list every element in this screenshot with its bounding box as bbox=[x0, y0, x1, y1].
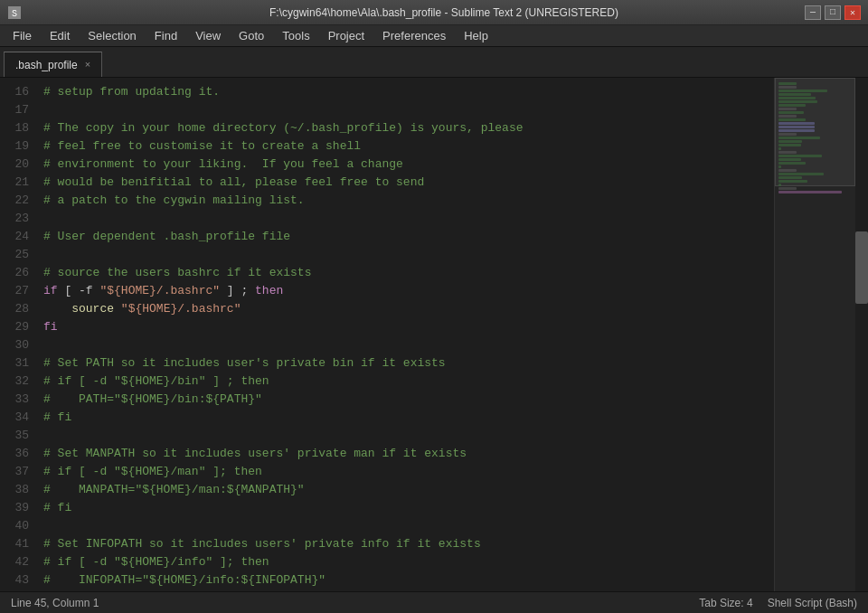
tab-bar: .bash_profile × bbox=[0, 47, 868, 78]
close-button[interactable]: ✕ bbox=[844, 5, 861, 20]
code-line-44: # fi bbox=[43, 589, 774, 591]
svg-text:S: S bbox=[12, 9, 17, 19]
title-bar: S F:\cygwin64\home\Ala\.bash_profile - S… bbox=[0, 0, 868, 25]
code-line-39: # fi bbox=[43, 499, 774, 517]
line-number-19: 19 bbox=[0, 137, 29, 156]
code-line-17 bbox=[43, 101, 774, 119]
line-number-32: 32 bbox=[0, 373, 29, 391]
minimize-button[interactable]: — bbox=[805, 5, 821, 20]
minimap-line bbox=[778, 144, 801, 146]
minimap-line bbox=[778, 137, 820, 139]
minimap-line bbox=[778, 180, 807, 183]
line-number-27: 27 bbox=[0, 282, 29, 300]
code-line-37: # if [ -d "${HOME}/man" ]; then bbox=[43, 463, 774, 481]
line-number-31: 31 bbox=[0, 354, 29, 373]
line-number-24: 24 bbox=[0, 228, 29, 246]
scrollbar[interactable] bbox=[855, 78, 868, 591]
line-number-41: 41 bbox=[0, 535, 29, 553]
line-numbers: 1617181920212223242526272829303132333435… bbox=[0, 78, 36, 591]
line-number-44: 44 bbox=[0, 589, 29, 591]
minimap-line bbox=[778, 93, 811, 96]
maximize-button[interactable]: □ bbox=[825, 5, 841, 20]
code-line-21: # would be benifitial to all, please fee… bbox=[43, 174, 774, 192]
code-line-33: # PATH="${HOME}/bin:${PATH}" bbox=[43, 391, 774, 409]
code-line-18: # The copy in your home directory (~/.ba… bbox=[43, 119, 774, 137]
line-number-30: 30 bbox=[0, 336, 29, 354]
line-number-22: 22 bbox=[0, 192, 29, 210]
line-number-33: 33 bbox=[0, 391, 29, 409]
code-line-43: # INFOPATH="${HOME}/info:${INFOPATH}" bbox=[43, 571, 774, 589]
minimap-line bbox=[778, 184, 781, 186]
minimap-line bbox=[778, 104, 806, 107]
minimap-line bbox=[778, 97, 816, 99]
scrollbar-thumb[interactable] bbox=[855, 231, 868, 304]
code-line-31: # Set PATH so it includes user's private… bbox=[43, 354, 774, 373]
code-line-22: # a patch to the cygwin mailing list. bbox=[43, 192, 774, 210]
minimap-line bbox=[778, 191, 842, 193]
minimap-line bbox=[778, 165, 781, 168]
minimap-content bbox=[775, 78, 855, 198]
tab-label: .bash_profile bbox=[15, 59, 78, 71]
code-line-40 bbox=[43, 517, 774, 535]
minimap-line bbox=[778, 162, 806, 165]
line-number-40: 40 bbox=[0, 517, 29, 535]
line-number-28: 28 bbox=[0, 300, 29, 318]
menu-item-selection[interactable]: Selection bbox=[79, 25, 145, 46]
app-icon: S bbox=[7, 5, 22, 20]
menu-item-view[interactable]: View bbox=[186, 25, 230, 46]
syntax-type: Shell Script (Bash) bbox=[768, 597, 857, 609]
minimap-line bbox=[778, 151, 797, 154]
code-line-35 bbox=[43, 427, 774, 445]
code-line-32: # if [ -d "${HOME}/bin" ] ; then bbox=[43, 373, 774, 391]
menu-item-help[interactable]: Help bbox=[455, 25, 497, 46]
minimap-line bbox=[778, 108, 797, 110]
code-line-29: fi bbox=[43, 318, 774, 336]
minimap[interactable] bbox=[774, 78, 855, 591]
menu-item-find[interactable]: Find bbox=[146, 25, 186, 46]
code-area[interactable]: # setup from updating it. # The copy in … bbox=[36, 78, 774, 591]
code-line-19: # feel free to customise it to create a … bbox=[43, 137, 774, 156]
code-line-41: # Set INFOPATH so it includes users' pri… bbox=[43, 535, 774, 553]
tab-close-button[interactable]: × bbox=[85, 60, 90, 70]
menu-item-tools[interactable]: Tools bbox=[273, 25, 318, 46]
minimap-line bbox=[778, 90, 827, 92]
code-line-42: # if [ -d "${HOME}/info" ]; then bbox=[43, 553, 774, 571]
minimap-line bbox=[778, 133, 797, 136]
minimap-line bbox=[778, 147, 781, 150]
menu-item-preferences[interactable]: Preferences bbox=[373, 25, 455, 46]
minimap-line bbox=[778, 158, 801, 161]
code-line-20: # environment to your liking. If you fee… bbox=[43, 156, 774, 174]
minimap-line bbox=[778, 173, 824, 175]
menu-item-project[interactable]: Project bbox=[319, 25, 373, 46]
menu-item-file[interactable]: File bbox=[4, 25, 41, 46]
code-line-27: if [ -f "${HOME}/.bashrc" ] ; then bbox=[43, 282, 774, 300]
line-number-34: 34 bbox=[0, 409, 29, 427]
window-controls: — □ ✕ bbox=[805, 5, 861, 20]
tab-bash-profile[interactable]: .bash_profile × bbox=[4, 52, 102, 77]
line-number-29: 29 bbox=[0, 318, 29, 336]
line-number-38: 38 bbox=[0, 481, 29, 499]
menu-item-goto[interactable]: Goto bbox=[230, 25, 273, 46]
menu-bar: FileEditSelectionFindViewGotoToolsProjec… bbox=[0, 25, 868, 47]
minimap-line bbox=[778, 86, 797, 89]
tab-size: Tab Size: 4 bbox=[699, 597, 752, 609]
line-number-39: 39 bbox=[0, 499, 29, 517]
line-number-23: 23 bbox=[0, 210, 29, 228]
minimap-line bbox=[778, 82, 797, 85]
line-number-20: 20 bbox=[0, 156, 29, 174]
menu-item-edit[interactable]: Edit bbox=[41, 25, 79, 46]
line-number-16: 16 bbox=[0, 83, 29, 101]
minimap-line bbox=[778, 176, 802, 179]
minimap-line bbox=[778, 122, 815, 125]
minimap-line bbox=[778, 126, 815, 128]
line-number-43: 43 bbox=[0, 571, 29, 589]
cursor-position: Line 45, Column 1 bbox=[11, 597, 99, 609]
code-line-34: # fi bbox=[43, 409, 774, 427]
line-number-18: 18 bbox=[0, 119, 29, 137]
code-line-38: # MANPATH="${HOME}/man:${MANPATH}" bbox=[43, 481, 774, 499]
line-number-42: 42 bbox=[0, 553, 29, 571]
minimap-line bbox=[778, 100, 817, 103]
editor-container: 1617181920212223242526272829303132333435… bbox=[0, 78, 868, 591]
scrollbar-track[interactable] bbox=[855, 78, 868, 591]
minimap-line bbox=[778, 155, 822, 157]
